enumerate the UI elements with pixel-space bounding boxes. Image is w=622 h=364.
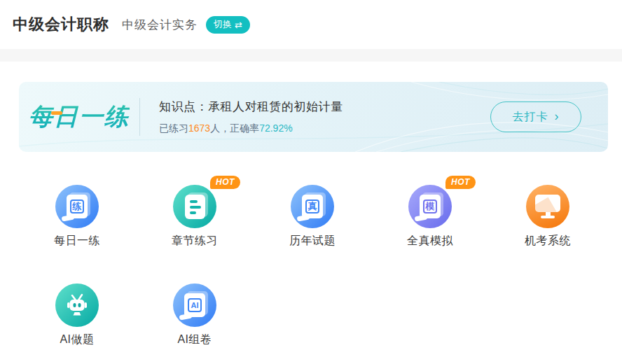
scroll-icon: AI — [173, 284, 216, 327]
tile-label: 历年试题 — [289, 234, 336, 248]
tile-label: AI做题 — [60, 332, 94, 347]
nav-item-daily-practice[interactable]: 练 每日一练 — [42, 176, 112, 248]
grid-row-1: 练 每日一练 HOT 章节练习 真 历年试题 HOT 模 全真模拟 — [0, 176, 622, 248]
scroll-icon: 练 — [55, 185, 99, 228]
check-in-button[interactable]: 去打卡 › — [490, 102, 581, 132]
vertical-divider — [139, 98, 140, 136]
stats-middle: 人，正确率 — [210, 122, 259, 134]
subject-name: 中级会计实务 — [122, 17, 198, 33]
icon-char: 练 — [70, 200, 84, 214]
tile-label: 每日一练 — [54, 234, 100, 248]
page-title: 中级会计职称 — [13, 14, 109, 35]
chevron-right-icon: › — [555, 110, 560, 122]
monitor-icon — [526, 185, 569, 228]
check-in-label: 去打卡 — [513, 110, 548, 125]
icon-char: 模 — [423, 200, 437, 214]
tile-label: AI组卷 — [177, 332, 212, 347]
header: 中级会计职称 中级会计实务 切换 ⇄ — [0, 0, 622, 49]
nav-item-ai-paper[interactable]: AI AI组卷 — [160, 274, 230, 347]
scroll-icon: 真 — [291, 185, 334, 228]
tile-label: 全真模拟 — [407, 234, 453, 248]
grid-row-2: AI做题 AI AI组卷 — [0, 274, 622, 347]
stats-prefix: 已练习 — [159, 122, 188, 134]
knowledge-point-title: 知识点：承租人对租赁的初始计量 — [159, 99, 343, 115]
daily-practice-banner: 每日一练 知识点：承租人对租赁的初始计量 已练习1673人，正确率72.92% … — [19, 82, 608, 152]
swap-arrows-icon: ⇄ — [235, 20, 242, 29]
robot-icon — [55, 284, 99, 327]
hot-badge: HOT — [210, 176, 240, 189]
nav-item-chapter-practice[interactable]: HOT 章节练习 — [160, 176, 230, 248]
hot-badge: HOT — [445, 176, 476, 189]
icon-char: AI — [188, 298, 202, 312]
logo-accent — [51, 111, 62, 115]
practiced-count: 1673 — [188, 122, 210, 134]
banner-info: 知识点：承租人对租赁的初始计量 已练习1673人，正确率72.92% — [159, 99, 343, 135]
icon-char: 真 — [305, 200, 319, 214]
nav-item-past-exams[interactable]: 真 历年试题 — [277, 176, 347, 248]
nav-item-mock-exam[interactable]: HOT 模 全真模拟 — [395, 176, 465, 248]
document-icon — [173, 185, 216, 228]
nav-item-ai-practice[interactable]: AI做题 — [42, 274, 112, 347]
accuracy-rate: 72.92% — [259, 122, 292, 134]
tile-label: 章节练习 — [172, 234, 218, 248]
daily-practice-logo: 每日一练 — [19, 101, 139, 133]
switch-subject-button[interactable]: 切换 ⇄ — [206, 16, 250, 34]
practice-stats: 已练习1673人，正确率72.92% — [159, 122, 343, 135]
section-divider — [0, 49, 622, 62]
scroll-icon: 模 — [408, 185, 452, 228]
daily-practice-logo-text: 每日一练 — [29, 101, 130, 133]
switch-button-label: 切换 — [214, 18, 232, 31]
nav-item-exam-system[interactable]: 机考系统 — [513, 176, 583, 248]
page: 中级会计职称 中级会计实务 切换 ⇄ 每日一练 知识点：承租人对租赁的初始计量 … — [0, 0, 622, 364]
tile-label: 机考系统 — [525, 234, 571, 248]
